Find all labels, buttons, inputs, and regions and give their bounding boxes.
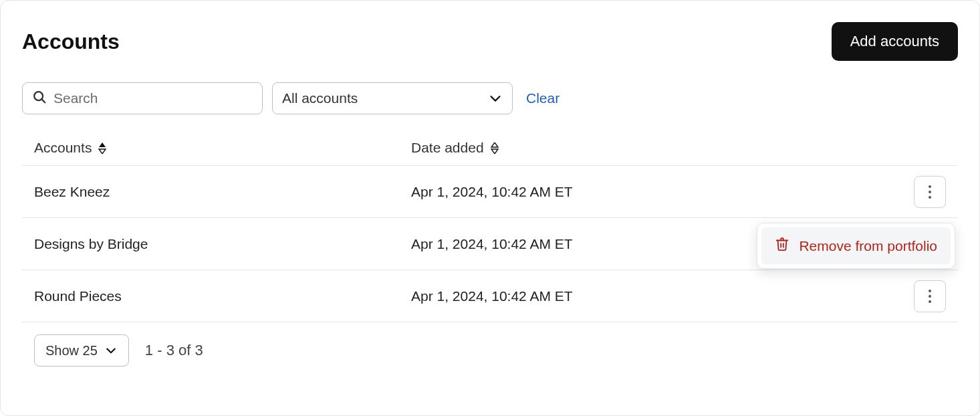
- table-row: Beez Kneez Apr 1, 2024, 10:42 AM ET: [22, 166, 958, 218]
- search-input[interactable]: [53, 90, 253, 106]
- row-actions-button[interactable]: [914, 280, 946, 312]
- remove-from-portfolio-button[interactable]: Remove from portfolio: [761, 227, 951, 264]
- filters-row: All accounts Clear: [22, 82, 958, 114]
- more-vertical-icon: [929, 290, 931, 303]
- cell-account-name: Designs by Bridge: [34, 236, 411, 252]
- add-accounts-button[interactable]: Add accounts: [832, 22, 958, 61]
- search-icon: [32, 90, 47, 107]
- accounts-card: Accounts Add accounts All accounts Clear: [0, 0, 980, 416]
- svg-marker-4: [491, 142, 498, 147]
- more-vertical-icon: [929, 185, 931, 199]
- column-header-date-added[interactable]: Date added: [411, 140, 898, 156]
- cell-account-name: Beez Kneez: [34, 184, 411, 200]
- row-actions-popover: Remove from portfolio: [757, 223, 955, 269]
- sort-icon: [491, 142, 499, 154]
- page-size-label: Show 25: [45, 343, 98, 358]
- cell-date-added: Apr 1, 2024, 10:42 AM ET: [411, 184, 898, 200]
- column-header-accounts-label: Accounts: [34, 140, 92, 156]
- sort-icon: [98, 142, 106, 154]
- page-size-select[interactable]: Show 25: [34, 334, 129, 367]
- cell-account-name: Round Pieces: [34, 288, 411, 304]
- table-header: Accounts Date added: [22, 133, 958, 166]
- account-filter-selected-label: All accounts: [282, 90, 358, 106]
- table-row: Round Pieces Apr 1, 2024, 10:42 AM ET: [22, 270, 958, 322]
- svg-marker-2: [99, 142, 106, 147]
- column-header-accounts[interactable]: Accounts: [34, 140, 411, 156]
- row-actions-button[interactable]: [914, 176, 946, 208]
- chevron-down-icon: [488, 91, 503, 106]
- account-filter-select[interactable]: All accounts: [272, 82, 513, 114]
- cell-date-added: Apr 1, 2024, 10:42 AM ET: [411, 288, 898, 304]
- page-title: Accounts: [22, 29, 120, 54]
- column-header-actions: [898, 140, 946, 156]
- svg-line-1: [42, 100, 45, 103]
- remove-from-portfolio-label: Remove from portfolio: [799, 238, 937, 254]
- svg-marker-5: [491, 149, 498, 154]
- trash-icon: [775, 237, 789, 255]
- pagination-range: 1 - 3 of 3: [145, 342, 203, 359]
- clear-filters-button[interactable]: Clear: [522, 90, 564, 106]
- search-input-wrapper[interactable]: [22, 82, 263, 114]
- header-row: Accounts Add accounts: [22, 22, 958, 61]
- column-header-date-label: Date added: [411, 140, 484, 156]
- table-footer: Show 25 1 - 3 of 3: [22, 322, 958, 367]
- svg-marker-3: [99, 149, 106, 154]
- chevron-down-icon: [104, 344, 118, 357]
